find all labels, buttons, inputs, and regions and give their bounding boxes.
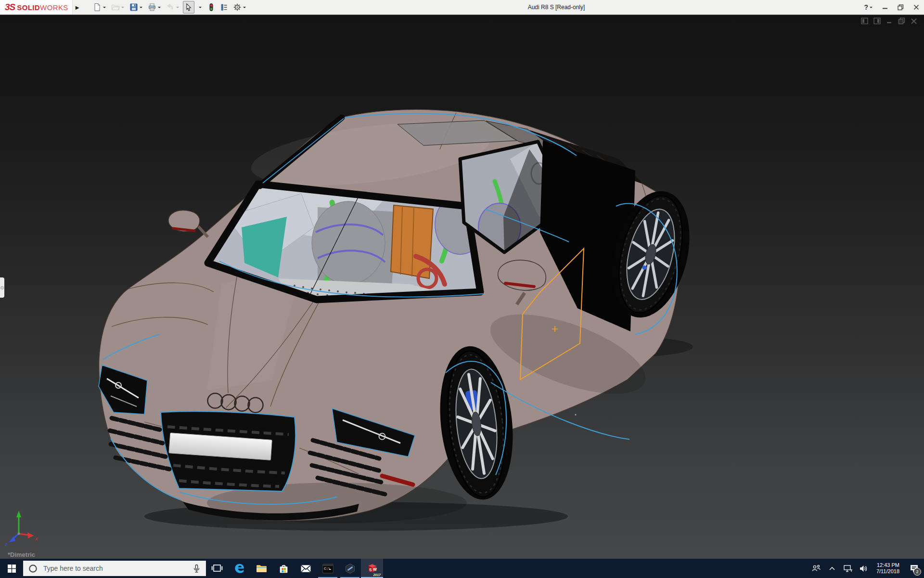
sw-letter-w: W bbox=[372, 566, 376, 571]
show-pane-left-icon[interactable] bbox=[861, 17, 868, 25]
minimize-button[interactable] bbox=[882, 4, 888, 10]
chevron-down-icon[interactable] bbox=[176, 7, 179, 10]
options-button[interactable] bbox=[231, 1, 248, 13]
vertex-point bbox=[575, 414, 576, 415]
notification-badge: 2 bbox=[913, 568, 921, 576]
3d-viewer-hexagon-icon bbox=[344, 563, 356, 575]
edge-browser-icon bbox=[233, 563, 245, 575]
taskbar-edge-button[interactable] bbox=[228, 559, 250, 578]
print-icon bbox=[148, 3, 156, 12]
windows-taskbar: C:\ S W 2017 bbox=[0, 559, 924, 578]
model-canvas: x z bbox=[0, 14, 924, 559]
print-button[interactable] bbox=[146, 1, 163, 13]
save-button[interactable] bbox=[128, 1, 145, 13]
clock-time: 12:43 PM bbox=[876, 562, 899, 568]
front-grille bbox=[161, 411, 295, 491]
file-explorer-icon bbox=[256, 563, 268, 575]
taskbar-command-prompt-button[interactable]: C:\ bbox=[317, 559, 339, 578]
mail-icon bbox=[300, 563, 312, 575]
network-icon[interactable] bbox=[842, 559, 854, 578]
help-icon: ? bbox=[864, 3, 868, 11]
save-floppy-icon bbox=[129, 3, 138, 12]
help-button[interactable]: ? bbox=[864, 3, 873, 11]
cortana-circle-icon bbox=[28, 564, 38, 573]
clock-date: 7/11/2018 bbox=[876, 568, 899, 575]
open-button[interactable] bbox=[110, 1, 127, 13]
taskbar-store-button[interactable] bbox=[272, 559, 295, 578]
select-dropdown[interactable] bbox=[196, 1, 204, 13]
volume-icon[interactable] bbox=[858, 559, 870, 578]
chevron-down-icon[interactable] bbox=[158, 7, 161, 10]
taskbar-mail-button[interactable] bbox=[295, 559, 317, 578]
system-tray: 12:43 PM 7/11/2018 2 bbox=[810, 559, 924, 578]
select-button[interactable] bbox=[183, 1, 194, 13]
taskbar-3d-viewer-button[interactable] bbox=[339, 559, 361, 578]
reference-triad: x z bbox=[4, 511, 38, 547]
close-button[interactable] bbox=[913, 4, 919, 10]
doc-close-button[interactable] bbox=[911, 18, 917, 25]
x-axis-arrow bbox=[27, 532, 34, 539]
mirror-left bbox=[168, 210, 208, 237]
file-properties-icon bbox=[220, 3, 229, 12]
restore-button[interactable] bbox=[898, 4, 904, 11]
sw-letter-s: S bbox=[369, 567, 372, 572]
rebuild-stoplight-icon bbox=[207, 3, 216, 12]
y-axis-arrow bbox=[16, 511, 21, 517]
chevron-down-icon[interactable] bbox=[140, 7, 142, 10]
chevron-down-icon[interactable] bbox=[199, 7, 202, 10]
quick-access-toolbar bbox=[91, 1, 248, 13]
x-axis-label: x bbox=[35, 536, 38, 541]
menu-flyout-arrow[interactable]: ▶ bbox=[76, 5, 79, 10]
document-title: Audi R8 S [Read-only] bbox=[528, 4, 585, 11]
chevron-up-icon[interactable] bbox=[826, 559, 838, 578]
brand-name-bold: SOLID bbox=[17, 3, 40, 12]
file-properties-button[interactable] bbox=[218, 1, 230, 13]
dassault-logo-mark: 3S bbox=[5, 2, 15, 13]
solidworks-logo: 3S SOLID WORKS bbox=[0, 0, 73, 14]
undo-button[interactable] bbox=[165, 1, 181, 13]
brand-name-light: WORKS bbox=[40, 3, 68, 12]
chevron-down-icon[interactable] bbox=[870, 7, 873, 10]
feature-tree-collapse-tab[interactable] bbox=[0, 277, 4, 298]
microsoft-store-icon bbox=[278, 563, 290, 575]
restore-icon bbox=[898, 4, 904, 11]
graphics-viewport[interactable]: x z *Dimetric bbox=[0, 14, 924, 559]
doc-minimize-button[interactable] bbox=[886, 18, 893, 25]
rebuild-button[interactable] bbox=[205, 1, 217, 13]
chevron-down-icon[interactable] bbox=[243, 7, 246, 10]
solidworks-window: 3S SOLID WORKS ▶ bbox=[0, 0, 924, 578]
options-gear-icon bbox=[233, 3, 242, 12]
new-document-button[interactable] bbox=[91, 1, 108, 13]
taskbar-file-explorer-button[interactable] bbox=[250, 559, 272, 578]
microphone-icon[interactable] bbox=[192, 564, 201, 573]
start-button[interactable] bbox=[0, 559, 23, 578]
taskbar-clock[interactable]: 12:43 PM 7/11/2018 bbox=[873, 562, 902, 575]
document-window-controls bbox=[861, 17, 917, 25]
select-cursor-icon bbox=[184, 3, 193, 12]
solidworks-app-icon: S W bbox=[366, 563, 379, 575]
command-prompt-icon: C:\ bbox=[322, 563, 334, 575]
cmd-prompt-glyph: C:\ bbox=[324, 567, 330, 571]
window-controls: ? bbox=[864, 0, 919, 14]
undo-icon bbox=[166, 3, 175, 12]
close-icon bbox=[913, 4, 919, 10]
car-model bbox=[99, 109, 702, 523]
task-view-icon bbox=[211, 564, 223, 573]
doc-restore-button[interactable] bbox=[898, 17, 905, 25]
taskbar-search-box[interactable] bbox=[23, 561, 206, 576]
show-pane-right-icon[interactable] bbox=[873, 17, 881, 25]
windows-logo-icon bbox=[8, 565, 16, 573]
tab-knob-icon bbox=[0, 286, 4, 289]
task-view-button[interactable] bbox=[206, 559, 228, 578]
seat bbox=[312, 201, 385, 284]
chevron-down-icon[interactable] bbox=[121, 7, 124, 10]
taskbar-solidworks-button[interactable]: S W 2017 bbox=[361, 559, 383, 578]
sw-year-label: 2017 bbox=[373, 573, 381, 577]
titlebar: 3S SOLID WORKS ▶ bbox=[0, 0, 924, 15]
z-axis-label: z bbox=[4, 541, 8, 547]
action-center-button[interactable]: 2 bbox=[906, 559, 922, 578]
people-icon[interactable] bbox=[810, 559, 822, 578]
view-orientation-label: *Dimetric bbox=[8, 551, 35, 558]
chevron-down-icon[interactable] bbox=[103, 7, 106, 10]
search-input[interactable] bbox=[42, 564, 192, 573]
